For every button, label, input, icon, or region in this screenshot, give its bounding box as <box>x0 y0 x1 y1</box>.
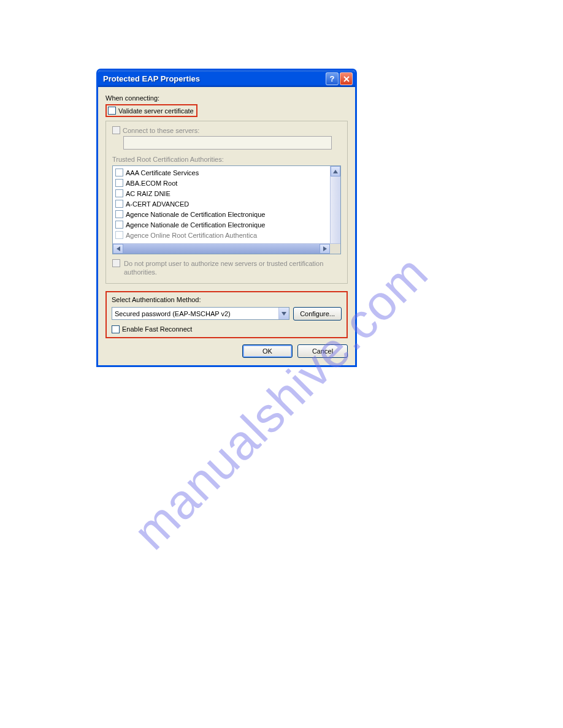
trusted-root-label: Trusted Root Certification Authorities: <box>112 156 341 163</box>
fast-reconnect-label: Enable Fast Reconnect <box>122 325 192 333</box>
chevron-left-icon <box>117 246 120 251</box>
dialog-buttons: OK Cancel <box>105 344 348 358</box>
close-icon <box>343 75 350 83</box>
chevron-down-icon <box>282 312 286 316</box>
servers-input <box>123 136 332 150</box>
cert-checkbox[interactable] <box>115 221 123 229</box>
chevron-right-icon <box>323 246 327 251</box>
list-item[interactable]: AAA Certificate Services <box>115 167 340 178</box>
titlebar-buttons: ? <box>326 72 353 85</box>
connect-servers-checkbox <box>112 126 120 134</box>
cert-label: AAA Certificate Services <box>126 169 199 176</box>
cert-authorities-listbox[interactable]: AAA Certificate Services ABA.ECOM Root A… <box>112 165 341 254</box>
validate-cert-checkbox[interactable] <box>108 107 116 115</box>
list-item[interactable]: A-CERT ADVANCED <box>115 199 340 209</box>
select-auth-label: Select Authentication Method: <box>112 296 342 303</box>
horizontal-scrollbar[interactable] <box>113 243 340 254</box>
highlight-validate-cert: Validate server certificate <box>105 104 197 117</box>
window-title: Protected EAP Properties <box>103 74 200 83</box>
cert-checkbox[interactable] <box>115 231 123 239</box>
list-item[interactable]: Agence Nationale de Certification Electr… <box>115 219 340 230</box>
cert-label: Agence Nationale de Certification Electr… <box>126 221 265 229</box>
fast-reconnect-checkbox[interactable] <box>112 325 120 333</box>
scroll-right-button[interactable] <box>320 244 330 254</box>
list-item[interactable]: Agence Online Root Certification Authent… <box>115 230 340 240</box>
server-groupbox: Connect to these servers: Trusted Root C… <box>105 121 348 284</box>
dropdown-button[interactable] <box>278 308 289 319</box>
cert-label: A-CERT ADVANCED <box>126 200 189 208</box>
chevron-up-icon <box>333 170 338 173</box>
svg-marker-5 <box>323 246 327 251</box>
list-item[interactable]: AC RAIZ DNIE <box>115 188 340 199</box>
dialog-body: When connecting: Validate server certifi… <box>98 87 355 365</box>
cert-label: Agence Nationale de Certification Electr… <box>126 211 265 218</box>
cert-label: Agence Online Root Certification Authent… <box>126 232 257 239</box>
hscroll-track[interactable] <box>123 244 320 254</box>
list-item[interactable]: ABA.ECOM Root <box>115 178 340 188</box>
cert-checkbox[interactable] <box>115 189 123 197</box>
cert-label: ABA.ECOM Root <box>126 180 177 187</box>
cancel-button[interactable]: Cancel <box>297 344 348 358</box>
titlebar[interactable]: Protected EAP Properties ? <box>98 70 355 87</box>
svg-marker-4 <box>117 246 120 251</box>
scroll-left-button[interactable] <box>113 244 123 254</box>
connect-servers-label: Connect to these servers: <box>123 127 199 134</box>
scrollbar-corner <box>330 244 340 254</box>
auth-method-dropdown[interactable]: Secured password (EAP-MSCHAP v2) <box>112 307 289 320</box>
cert-checkbox[interactable] <box>115 179 123 187</box>
when-connecting-label: When connecting: <box>105 94 348 102</box>
auth-method-value: Secured password (EAP-MSCHAP v2) <box>115 310 231 317</box>
cert-label: AC RAIZ DNIE <box>126 190 170 197</box>
svg-marker-6 <box>282 312 286 316</box>
cert-checkbox[interactable] <box>115 210 123 218</box>
ok-button[interactable]: OK <box>242 344 293 358</box>
validate-cert-label: Validate server certificate <box>118 107 194 115</box>
close-button[interactable] <box>340 72 353 85</box>
cert-checkbox[interactable] <box>115 200 123 208</box>
svg-marker-2 <box>333 170 338 173</box>
help-button[interactable]: ? <box>326 72 339 85</box>
dialog-window: Protected EAP Properties ? When connecti… <box>96 69 357 367</box>
configure-button[interactable]: Configure... <box>293 307 342 320</box>
no-prompt-checkbox <box>112 259 120 267</box>
vertical-scrollbar[interactable] <box>330 166 340 254</box>
highlight-auth-method: Select Authentication Method: Secured pa… <box>105 291 348 338</box>
list-item[interactable]: Agence Nationale de Certification Electr… <box>115 209 340 219</box>
scroll-up-button[interactable] <box>331 166 340 176</box>
cert-checkbox[interactable] <box>115 169 123 176</box>
no-prompt-label: Do not prompt user to authorize new serv… <box>124 259 341 277</box>
